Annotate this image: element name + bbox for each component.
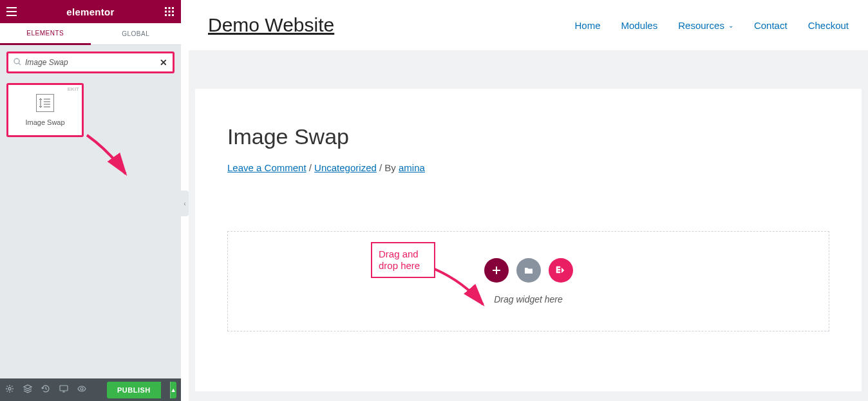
callout-line1: Drag and (379, 248, 428, 260)
chevron-down-icon: ⌄ (728, 22, 733, 29)
nav-resources[interactable]: Resources⌄ (678, 20, 733, 31)
plus-icon (491, 265, 502, 275)
category-link[interactable]: Uncategorized (314, 162, 377, 173)
post-meta: Leave a Comment / Uncategorized / By ami… (227, 162, 829, 173)
svg-rect-3 (165, 11, 167, 13)
site-title-link[interactable]: Demo Website (208, 14, 334, 36)
grid-icon (165, 7, 174, 16)
nav-home[interactable]: Home (575, 20, 601, 31)
navigator-icon[interactable] (23, 384, 32, 395)
widget-search-wrap: ✕ (6, 51, 175, 73)
settings-icon[interactable] (5, 384, 14, 395)
search-icon (14, 58, 21, 68)
section-button-row (484, 258, 573, 283)
meta-separator-by: / By (377, 162, 399, 173)
drop-hint-text: Drag widget here (494, 294, 563, 304)
content-card: Image Swap Leave a Comment / Uncategoriz… (195, 89, 862, 391)
svg-rect-5 (172, 11, 174, 13)
tab-elements[interactable]: ELEMENTS (0, 23, 91, 45)
preview-frame: Demo Website Home Modules Resources⌄ Con… (189, 0, 868, 401)
annotation-callout: Drag and drop here (371, 242, 435, 278)
svg-rect-4 (169, 11, 171, 13)
page-title: Image Swap (227, 124, 829, 149)
nav-modules[interactable]: Modules (621, 20, 658, 31)
content-area: Image Swap Leave a Comment / Uncategoriz… (189, 50, 868, 391)
primary-nav: Home Modules Resources⌄ Contact Checkout (575, 20, 849, 31)
svg-rect-0 (165, 7, 167, 9)
svg-rect-2 (172, 7, 174, 9)
publish-button[interactable]: PUBLISH (107, 382, 161, 398)
sidebar-header: elementor (0, 0, 181, 23)
svg-point-12 (80, 387, 83, 390)
leave-comment-link[interactable]: Leave a Comment (227, 162, 307, 173)
sidebar-footer: PUBLISH ▲ (0, 378, 181, 401)
widget-search-input[interactable] (25, 58, 160, 67)
author-link[interactable]: amina (399, 162, 425, 173)
widget-image-swap[interactable]: EKIT Image Swap (6, 83, 84, 137)
image-swap-icon (36, 94, 54, 112)
nav-checkout[interactable]: Checkout (808, 20, 849, 31)
folder-icon (524, 266, 533, 274)
apps-button[interactable] (158, 0, 181, 23)
svg-point-10 (8, 387, 11, 390)
svg-rect-1 (169, 7, 171, 9)
svg-point-9 (14, 59, 19, 64)
menu-button[interactable] (0, 0, 23, 23)
nav-contact[interactable]: Contact (754, 20, 788, 31)
publish-options-button[interactable]: ▲ (170, 382, 176, 398)
site-header: Demo Website Home Modules Resources⌄ Con… (189, 0, 868, 50)
add-section-button[interactable] (484, 258, 509, 283)
tab-global[interactable]: GLOBAL (91, 23, 182, 44)
search-clear-button[interactable]: ✕ (160, 57, 167, 68)
svg-rect-11 (60, 386, 68, 391)
svg-rect-8 (172, 14, 174, 16)
widget-badge: EKIT (68, 86, 79, 92)
ekit-icon (556, 266, 566, 275)
panel-tabs: ELEMENTS GLOBAL (0, 23, 181, 45)
template-library-button[interactable] (516, 258, 541, 283)
elementor-logo: elementor (23, 6, 158, 17)
elementor-sidebar: elementor ELEMENTS GLOBAL ✕ EKIT Image S… (0, 0, 181, 401)
history-icon[interactable] (41, 384, 50, 395)
drop-zone[interactable]: Drag widget here (227, 231, 829, 331)
widget-label: Image Swap (25, 118, 64, 126)
preview-icon[interactable] (77, 384, 86, 395)
widget-results: EKIT Image Swap (0, 80, 181, 378)
collapse-panel-button[interactable]: ‹ (181, 191, 189, 216)
hamburger-icon (6, 7, 17, 16)
meta-separator: / (307, 162, 315, 173)
svg-rect-7 (169, 14, 171, 16)
ekit-templates-button[interactable] (549, 258, 573, 283)
svg-rect-6 (165, 14, 167, 16)
responsive-icon[interactable] (59, 384, 68, 395)
callout-line2: drop here (379, 260, 428, 272)
